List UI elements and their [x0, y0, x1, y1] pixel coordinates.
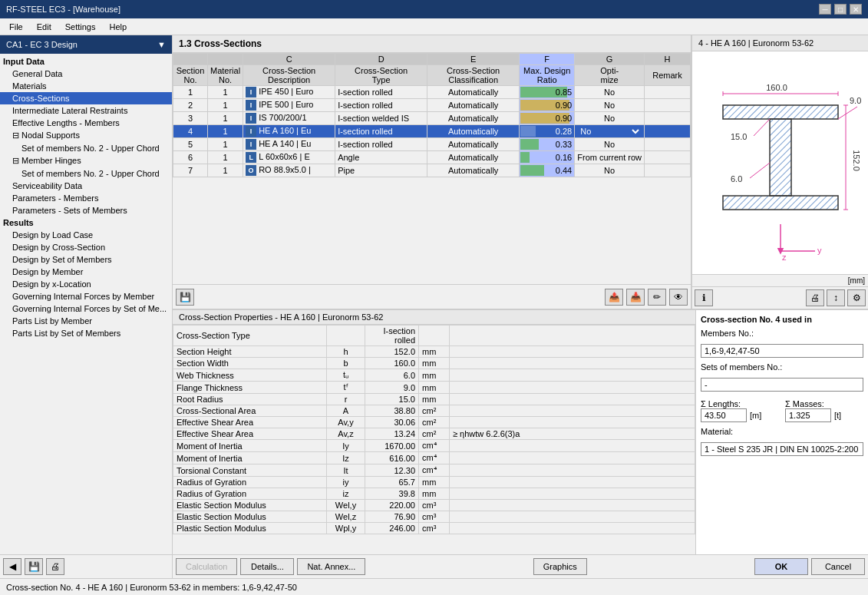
toolbar-edit-btn[interactable]: ✏: [648, 289, 666, 306]
sidebar-item-design-x-location[interactable]: Design by x-Location: [0, 278, 172, 290]
cs-zoom-btn[interactable]: ↕: [827, 289, 845, 306]
sidebar-btn-2[interactable]: 💾: [25, 558, 43, 575]
sidebar-item-set-members-2a[interactable]: Set of members No. 2 - Upper Chord: [0, 142, 172, 154]
sidebar-item-design-load-case[interactable]: Design by Load Case: [0, 229, 172, 241]
sidebar-btn-3[interactable]: 🖨: [46, 558, 64, 575]
props-row: Cross-Section TypeI-section rolled: [173, 326, 695, 346]
sidebar-item-cross-sections[interactable]: Cross-Sections: [0, 92, 172, 104]
toolbar-view-btn[interactable]: 👁: [669, 289, 688, 306]
sidebar-item-design-member[interactable]: Design by Member: [0, 266, 172, 278]
sets-value: -: [701, 378, 863, 392]
prop-unit: [419, 326, 450, 346]
sidebar-item-nodal-supports[interactable]: ⊟ Nodal Supports: [0, 129, 172, 142]
th-section-no: SectionNo.: [173, 65, 208, 86]
sidebar-dropdown-arrow[interactable]: ▼: [157, 40, 166, 49]
props-row: Plastic Section ModulusWpl,y246.00cm³: [173, 523, 695, 534]
sidebar-item-governing-forces-set[interactable]: Governing Internal Forces by Set of Me..…: [0, 302, 172, 315]
props-row: Torsional ConstantIt12.30cm⁴: [173, 464, 695, 477]
prop-value: 9.0: [365, 382, 419, 394]
table-row[interactable]: 61LL 60x60x6 | EAngleAutomatically0.16Fr…: [173, 151, 691, 164]
sidebar-item-input-data[interactable]: Input Data: [0, 55, 172, 68]
sidebar-btn-1[interactable]: ◀: [3, 558, 21, 575]
toolbar-save-btn[interactable]: 💾: [176, 289, 194, 306]
toolbar-import-btn[interactable]: 📥: [626, 289, 645, 306]
sidebar-item-parts-list-set[interactable]: Parts List by Set of Members: [0, 327, 172, 339]
minimize-button[interactable]: ─: [819, 4, 831, 15]
menu-file[interactable]: File: [3, 21, 29, 33]
cs-print-btn[interactable]: 🖨: [806, 289, 824, 306]
sidebar-item-governing-forces-member[interactable]: Governing Internal Forces by Member: [0, 290, 172, 302]
table-row[interactable]: 71ORO 88.9x5.0 |PipeAutomatically0.44No: [173, 164, 691, 177]
cell-cs-type: I-section rolled: [335, 99, 427, 112]
prop-name: Cross-Sectional Area: [173, 405, 327, 417]
table-row[interactable]: 31IIS 700/200/1I-section welded ISAutoma…: [173, 112, 691, 125]
sidebar-item-params-sets[interactable]: Parameters - Sets of Members: [0, 204, 172, 217]
cell-material-no: 1: [208, 86, 243, 99]
cell-max-ratio: 0.90: [520, 99, 575, 112]
sidebar-item-serviceability[interactable]: Serviceability Data: [0, 180, 172, 192]
props-row: Section Heighth152.0mm: [173, 346, 695, 358]
nat-annex-button[interactable]: Nat. Annex...: [297, 558, 365, 575]
cs-info-btn[interactable]: ℹ: [695, 289, 713, 306]
sidebar-item-member-hinges[interactable]: ⊟ Member Hinges: [0, 154, 172, 167]
cross-sections-table-container[interactable]: C D E F G H SectionNo. MaterialNo.: [173, 53, 691, 284]
status-bar: Cross-section No. 4 - HE A 160 | Euronor…: [0, 578, 868, 595]
graphics-button[interactable]: Graphics: [533, 558, 587, 575]
sidebar-item-general-data[interactable]: General Data: [0, 68, 172, 80]
prop-name: Cross-Section Type: [173, 326, 327, 346]
table-header-row: SectionNo. MaterialNo. Cross-SectionDesc…: [173, 65, 691, 86]
table-title: 1.3 Cross-Sections: [173, 35, 691, 53]
masses-label: Σ Masses:: [785, 399, 863, 408]
details-button[interactable]: Details...: [240, 558, 294, 575]
table-row[interactable]: 11IIPE 450 | EuroI-section rolledAutomat…: [173, 86, 691, 99]
prop-name: Moment of Inertia: [173, 440, 327, 452]
close-button[interactable]: ✕: [850, 4, 862, 15]
sidebar-item-intermediate-lateral[interactable]: Intermediate Lateral Restraints: [0, 104, 172, 117]
prop-unit: mm: [419, 358, 450, 369]
calculation-button[interactable]: Calculation: [176, 558, 237, 575]
props-row: Effective Shear AreaAv,y30.06cm²: [173, 417, 695, 428]
prop-symbol: tᶠ: [327, 382, 365, 394]
ok-button[interactable]: OK: [754, 558, 808, 575]
table-row[interactable]: 21IIPE 500 | EuroI-section rolledAutomat…: [173, 99, 691, 112]
cell-section-no: 2: [173, 99, 208, 112]
table-row[interactable]: 41IHE A 160 | EuI-section rolledAutomati…: [173, 125, 691, 138]
col-b-header: [208, 54, 243, 65]
cs-svg: 160.0 152.0 9.0: [696, 59, 865, 274]
col-h-header: H: [645, 54, 691, 65]
sidebar-item-design-set-members[interactable]: Design by Set of Members: [0, 253, 172, 266]
menu-settings[interactable]: Settings: [59, 21, 102, 33]
cell-max-ratio: 0.90: [520, 112, 575, 125]
cell-remark: [645, 164, 691, 177]
cell-optimize[interactable]: NoYesFrom current row: [575, 125, 645, 138]
sidebar-item-effective-lengths[interactable]: Effective Lengths - Members: [0, 117, 172, 129]
cancel-button[interactable]: Cancel: [811, 558, 865, 575]
properties-container[interactable]: Cross-Section TypeI-section rolledSectio…: [173, 325, 695, 554]
sidebar-item-params-members[interactable]: Parameters - Members: [0, 192, 172, 204]
prop-symbol: tᵤ: [327, 369, 365, 382]
menu-help[interactable]: Help: [103, 21, 133, 33]
sidebar-item-materials[interactable]: Materials: [0, 80, 172, 92]
menu-edit[interactable]: Edit: [31, 21, 58, 33]
prop-note: [450, 452, 695, 464]
props-row: Radius of Gyrationiy65.7mm: [173, 477, 695, 488]
prop-note: [450, 523, 695, 534]
table-row[interactable]: 51IHE A 140 | EuI-section rolledAutomati…: [173, 138, 691, 151]
sidebar-item-design-cross-section[interactable]: Design by Cross-Section: [0, 241, 172, 253]
sidebar-item-parts-list-member[interactable]: Parts List by Member: [0, 315, 172, 327]
maximize-button[interactable]: □: [834, 4, 847, 15]
cell-cs-type: Pipe: [335, 164, 427, 177]
th-cs-desc: Cross-SectionDescription: [243, 65, 335, 86]
prop-symbol: b: [327, 358, 365, 369]
props-row: Radius of Gyrationiz39.8mm: [173, 488, 695, 500]
prop-unit: cm²: [419, 405, 450, 417]
right-area: 1.3 Cross-Sections C D E F: [173, 35, 868, 578]
cs-settings-btn[interactable]: ⚙: [847, 289, 866, 306]
col-a-header: [173, 54, 208, 65]
sidebar-item-results[interactable]: Results: [0, 217, 172, 229]
cs-view-title: 4 - HE A 160 | Euronorm 53-62: [692, 35, 868, 51]
sidebar-item-set-members-2b[interactable]: Set of members No. 2 - Upper Chord: [0, 167, 172, 180]
prop-value: 38.80: [365, 405, 419, 417]
prop-value: 6.0: [365, 369, 419, 382]
toolbar-export-btn[interactable]: 📤: [605, 289, 623, 306]
